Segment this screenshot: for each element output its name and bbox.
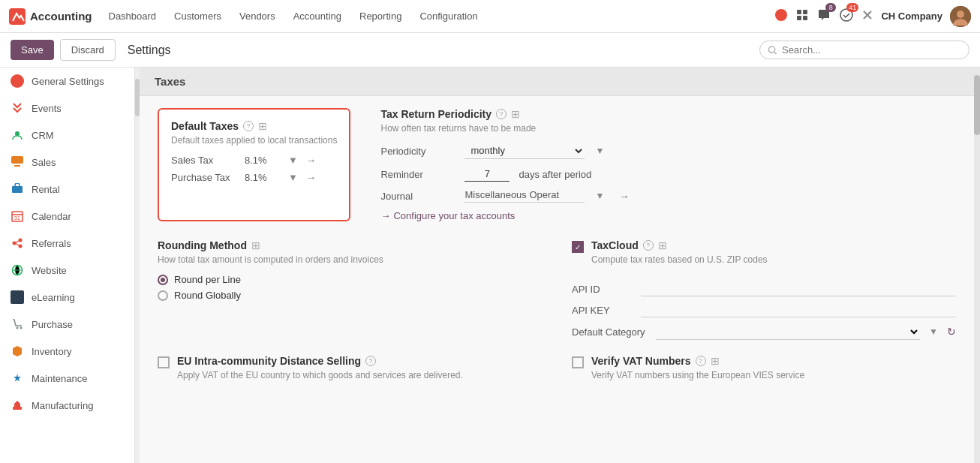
taxcloud-help-icon[interactable]: ? — [643, 240, 654, 251]
apps-grid[interactable] — [795, 8, 809, 24]
taxcloud-title: TaxCloud — [591, 239, 639, 251]
sidebar-item-crm[interactable]: CRM — [0, 122, 134, 149]
periodicity-select[interactable]: monthly — [464, 143, 585, 159]
svg-point-20 — [20, 327, 23, 329]
api-id-label: API ID — [572, 284, 632, 295]
api-key-input[interactable] — [641, 302, 956, 317]
company-name: CH Company — [881, 11, 942, 22]
journal-arrow[interactable]: → — [619, 191, 629, 202]
calendar-icon: 31 — [11, 209, 24, 223]
sidebar-item-calendar[interactable]: 31 Calendar — [0, 203, 134, 230]
sales-tax-dropdown[interactable]: ▼ — [288, 155, 300, 166]
sidebar-item-sales[interactable]: Sales — [0, 149, 134, 176]
vat-checkbox[interactable] — [572, 356, 584, 368]
sidebar-item-inventory[interactable]: Inventory — [0, 338, 134, 365]
svg-text:31: 31 — [14, 215, 20, 221]
refresh-icon[interactable]: ↻ — [947, 326, 956, 338]
sales-icon — [11, 155, 24, 169]
content-inner: Default Taxes ? ⊞ Default taxes applied … — [140, 96, 974, 401]
round-per-line-row: Round per Line — [158, 274, 542, 285]
default-cat-label: Default Category — [572, 326, 647, 338]
configure-link[interactable]: → Configure your tax accounts — [380, 210, 956, 221]
sidebar-item-events[interactable]: Events — [0, 95, 134, 122]
round-per-line-radio[interactable] — [158, 275, 168, 285]
rounding-header: Rounding Method ⊞ — [158, 239, 542, 251]
api-id-input[interactable] — [641, 281, 956, 296]
sidebar-item-website[interactable]: Website — [0, 257, 134, 284]
save-button[interactable]: Save — [11, 40, 54, 60]
eu-checkbox[interactable] — [158, 356, 170, 368]
discard-button[interactable]: Discard — [60, 39, 116, 61]
vat-grid-icon[interactable]: ⊞ — [711, 355, 720, 367]
sales-tax-arrow[interactable]: → — [306, 155, 316, 166]
search-box — [759, 41, 969, 59]
sidebar-item-general-settings[interactable]: General Settings — [0, 68, 134, 95]
purchase-tax-arrow[interactable]: → — [306, 172, 316, 183]
round-globally-radio[interactable] — [158, 290, 168, 301]
nav-vendors[interactable]: Vendors — [232, 6, 283, 26]
tax-return-title: Tax Return Periodicity — [380, 108, 492, 120]
journal-label: Journal — [380, 191, 455, 202]
journal-dropdown[interactable]: ▼ — [595, 191, 604, 201]
sidebar-item-elearning[interactable]: eLearning — [0, 284, 134, 311]
rounding-card: Rounding Method ⊞ How total tax amount i… — [158, 239, 542, 340]
journal-row: Journal Miscellaneous Operat ▼ → — [380, 189, 956, 203]
close-icon[interactable] — [861, 9, 873, 23]
top-nav: Accounting Dashboard Customers Vendors A… — [0, 0, 980, 33]
sidebar-label-calendar: Calendar — [32, 211, 71, 222]
taxcloud-fields: API ID API KEY Default Category ▼ ↻ — [572, 281, 956, 340]
default-cat-select[interactable] — [656, 323, 920, 340]
round-per-line-label: Round per Line — [174, 274, 241, 285]
default-taxes-help-icon[interactable]: ? — [243, 121, 254, 131]
vat-card: Verify VAT Numbers ? ⊞ Verify VAT number… — [572, 355, 956, 389]
svg-point-19 — [17, 327, 19, 329]
nav-reporting[interactable]: Reporting — [352, 6, 409, 26]
sidebar-item-rental[interactable]: Rental — [0, 176, 134, 203]
journal-value: Miscellaneous Operat — [464, 189, 585, 203]
app-logo[interactable]: Accounting — [9, 8, 92, 25]
app-name: Accounting — [30, 10, 92, 23]
periodicity-row: Periodicity monthly ▼ — [380, 143, 956, 159]
rounding-grid-icon[interactable]: ⊞ — [251, 239, 260, 251]
eu-help-icon[interactable]: ? — [365, 356, 376, 366]
nav-configuration[interactable]: Configuration — [412, 6, 485, 26]
elearning-icon — [11, 290, 24, 304]
tax-return-grid-icon[interactable]: ⊞ — [511, 108, 520, 120]
default-taxes-grid-icon[interactable]: ⊞ — [258, 120, 267, 132]
notification-bell[interactable] — [774, 8, 788, 24]
api-id-row: API ID — [572, 281, 956, 296]
user-avatar[interactable] — [950, 6, 971, 27]
nav-customers[interactable]: Customers — [167, 6, 229, 26]
vat-content: Verify VAT Numbers ? ⊞ Verify VAT number… — [591, 355, 956, 389]
rounding-taxcloud-row: Rounding Method ⊞ How total tax amount i… — [158, 239, 956, 340]
svg-rect-2 — [797, 10, 801, 14]
taxcloud-header: TaxCloud ? ⊞ — [591, 239, 768, 251]
nav-dashboard[interactable]: Dashboard — [101, 6, 164, 26]
purchase-tax-label: Purchase Tax — [171, 172, 239, 183]
svg-point-10 — [15, 131, 20, 136]
search-icon — [768, 45, 777, 56]
vat-checkbox-row: Verify VAT Numbers ? ⊞ Verify VAT number… — [572, 355, 956, 389]
taxcloud-text: TaxCloud ? ⊞ Compute tax rates based on … — [591, 239, 768, 274]
activity-icon[interactable]: 41 — [839, 8, 854, 25]
search-input[interactable] — [782, 44, 961, 56]
sidebar-label-referrals: Referrals — [32, 238, 71, 249]
taxcloud-grid-icon[interactable]: ⊞ — [658, 239, 667, 251]
sidebar-item-manufacturing[interactable]: Manufacturing — [0, 392, 134, 419]
tax-return-card: Tax Return Periodicity ? ⊞ How often tax… — [380, 108, 956, 221]
reminder-input[interactable] — [464, 167, 510, 182]
chat-bubble[interactable]: 8 — [816, 8, 831, 25]
sidebar-item-purchase[interactable]: Purchase — [0, 311, 134, 338]
nav-accounting[interactable]: Accounting — [286, 6, 349, 26]
content-area: Taxes Default Taxes ? ⊞ Default taxes ap… — [140, 68, 974, 463]
sales-tax-value: 8.1% — [245, 155, 282, 166]
sidebar-item-referrals[interactable]: Referrals — [0, 230, 134, 257]
sidebar-scrollbar[interactable] — [135, 68, 140, 463]
sidebar-label-manufacturing: Manufacturing — [32, 400, 93, 411]
vat-help-icon[interactable]: ? — [696, 356, 706, 366]
sidebar-item-maintenance[interactable]: Maintenance — [0, 365, 134, 392]
purchase-tax-dropdown[interactable]: ▼ — [288, 172, 300, 183]
right-scrollbar[interactable] — [974, 68, 980, 463]
taxcloud-checkbox[interactable]: ✓ — [572, 241, 584, 253]
tax-return-help-icon[interactable]: ? — [496, 109, 507, 119]
